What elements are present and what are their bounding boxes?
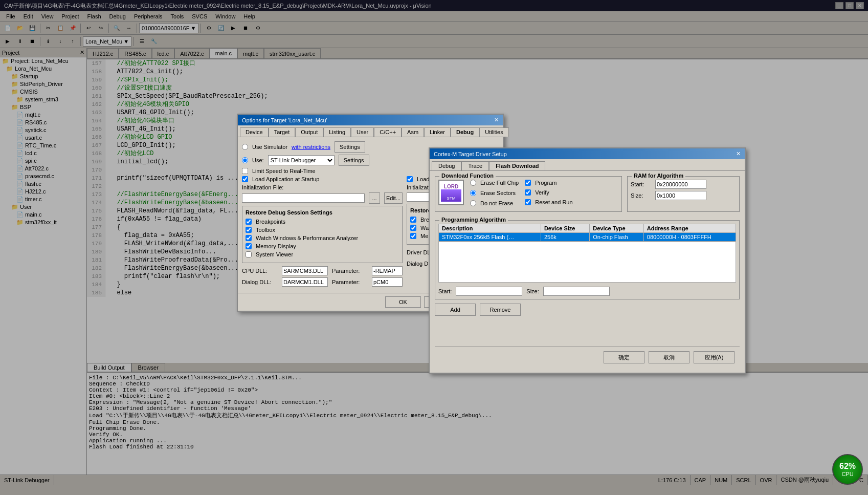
use-simulator-radio[interactable] xyxy=(242,144,248,150)
debugger-settings-btn[interactable]: Settings xyxy=(339,155,369,166)
options-tab-listing[interactable]: Listing xyxy=(323,127,351,137)
options-tab-cc++[interactable]: C/C++ xyxy=(374,127,402,137)
cortex-dialog: Cortex-M Target Driver Setup ✕ Debug Tra… xyxy=(429,147,746,374)
dialog-dll-row: Dialog DLL: Parameter: xyxy=(242,277,403,287)
erase-full-chip-label: Erase Full Chip xyxy=(480,180,519,186)
cpu-dll-input[interactable] xyxy=(282,266,328,275)
cortex-debug-tab[interactable]: Debug xyxy=(432,161,461,170)
limit-speed-check[interactable] xyxy=(242,168,248,174)
erase-full-chip-row: Erase Full Chip xyxy=(470,180,519,186)
options-tab-linker[interactable]: Linker xyxy=(424,127,451,137)
cortex-flash-content: Download Function LORD STM Erase Full Ch… xyxy=(430,171,745,373)
options-title-text: Options for Target 'Lora_Net_Mcu' xyxy=(242,117,327,123)
cpu-param-label: Parameter: xyxy=(332,268,368,274)
prog-size-input[interactable] xyxy=(543,287,610,296)
memory-display2-check[interactable] xyxy=(410,233,416,239)
ram-start-label: Start: xyxy=(631,181,651,187)
options-close-icon[interactable]: ✕ xyxy=(494,117,499,123)
ram-size-input[interactable] xyxy=(655,191,706,200)
icon-lord-text: LORD xyxy=(444,184,458,189)
toolbox-row: Toolbox xyxy=(246,227,399,233)
reset-run-check[interactable] xyxy=(525,199,531,205)
erase-full-chip-radio[interactable] xyxy=(470,180,476,186)
init-file-edit-btn[interactable]: Edit... xyxy=(384,192,403,204)
cortex-cancel-btn[interactable]: 取消 xyxy=(649,351,689,363)
start-size-row: Start: Size: xyxy=(438,287,736,296)
system-viewer-check[interactable] xyxy=(246,251,252,257)
start-label: Start: xyxy=(438,288,452,294)
cortex-tabs: Debug Trace Flash Download xyxy=(430,159,745,171)
dialog-param-input[interactable] xyxy=(372,277,403,287)
load-app-check[interactable] xyxy=(242,176,248,182)
options-tab-utilities[interactable]: Utilities xyxy=(479,127,508,137)
options-tab-user[interactable]: User xyxy=(351,127,374,137)
breakpoints2-check[interactable] xyxy=(410,217,416,223)
prog-table-header-row: Description Device Size Device Type Addr… xyxy=(439,224,736,233)
init-file-browse-btn[interactable]: ... xyxy=(369,192,380,204)
simulator-settings-btn[interactable]: Settings xyxy=(335,141,365,153)
ram-start-input[interactable] xyxy=(655,180,706,189)
do-not-erase-radio[interactable] xyxy=(470,200,476,206)
dialog-dll-label: Dialog DLL: xyxy=(242,279,278,285)
programming-algorithm-section: Programming Algorithm Description Device… xyxy=(435,220,740,299)
breakpoints-label: Breakpoints xyxy=(256,219,285,225)
cortex-apply-btn[interactable]: 应用(A) xyxy=(694,351,735,363)
cortex-title-text: Cortex-M Target Driver Setup xyxy=(434,151,507,157)
ram-algorithm-legend: RAM for Algorithm xyxy=(632,173,685,179)
download-function-section: Download Function LORD STM Erase Full Ch… xyxy=(435,176,622,212)
watch-windows-row: Watch Windows & Performance Analyzer xyxy=(246,235,399,241)
toolbox-check[interactable] xyxy=(246,227,252,233)
program-check[interactable] xyxy=(525,180,531,186)
cortex-dialog-buttons: 确定 取消 应用(A) xyxy=(435,347,740,368)
breakpoints-check[interactable] xyxy=(246,219,252,225)
erase-sectors-radio[interactable] xyxy=(470,190,476,196)
watch-windows-label: Watch Windows & Performance Analyzer xyxy=(256,235,358,241)
load-app-label: Load Application at Startup xyxy=(252,176,319,182)
dialog-param-label: Parameter: xyxy=(332,279,368,285)
cpu-dll-label: CPU DLL: xyxy=(242,268,278,274)
watch-windows-check[interactable] xyxy=(246,235,252,241)
add-button[interactable]: Add xyxy=(435,304,476,316)
cpu-param-input[interactable] xyxy=(372,266,403,275)
load-app2-check[interactable] xyxy=(407,176,413,182)
size-label: Size: xyxy=(526,288,539,294)
toolbox-label: Toolbox xyxy=(256,227,275,233)
verify-label: Verify xyxy=(535,189,549,196)
with-restrictions-link[interactable]: with restrictions xyxy=(292,144,330,150)
memory-display-check[interactable] xyxy=(246,243,252,249)
options-tab-asm[interactable]: Asm xyxy=(402,127,424,137)
dialog-dll-input[interactable] xyxy=(282,277,328,287)
options-tab-target[interactable]: Target xyxy=(269,127,296,137)
verify-check[interactable] xyxy=(525,189,531,196)
cortex-spacer xyxy=(435,316,740,347)
prog-table-body: STM32F0xx 256kB Flash (…256kOn-chip Flas… xyxy=(439,233,736,242)
program-row: Program xyxy=(525,180,572,186)
ok-button[interactable]: OK xyxy=(385,296,421,308)
cortex-trace-tab[interactable]: Trace xyxy=(461,161,489,170)
col-device-type: Device Type xyxy=(590,224,644,233)
memory-display-row: Memory Display xyxy=(246,243,399,249)
options-tab-output[interactable]: Output xyxy=(295,127,323,137)
ram-size-row: Size: xyxy=(631,191,736,200)
program-label: Program xyxy=(535,180,557,186)
download-function-legend: Download Function xyxy=(439,173,496,179)
cortex-flash-tab[interactable]: Flash Download xyxy=(489,161,545,170)
dl-func-layout: LORD STM Erase Full Chip Erase Sectors xyxy=(438,180,618,208)
debugger-select[interactable]: ST-Link Debugger xyxy=(268,155,335,165)
options-tab-debug[interactable]: Debug xyxy=(451,127,479,137)
cortex-close-icon[interactable]: ✕ xyxy=(736,150,741,157)
remove-button[interactable]: Remove xyxy=(480,304,521,316)
prog-table-row[interactable]: STM32F0xx 256kB Flash (…256kOn-chip Flas… xyxy=(439,233,736,242)
use-debugger-radio[interactable] xyxy=(242,157,248,163)
cortex-ok-btn[interactable]: 确定 xyxy=(604,351,644,363)
restore-debug-title: Restore Debug Session Settings xyxy=(246,209,399,216)
dl-check-group: Program Verify Reset and Run xyxy=(525,180,572,207)
init-file-input[interactable] xyxy=(242,193,365,203)
ram-size-label: Size: xyxy=(631,192,651,199)
dl-options: Erase Full Chip Erase Sectors Do not Era… xyxy=(470,180,519,208)
use-label: Use: xyxy=(252,157,264,163)
watch-windows2-check[interactable] xyxy=(410,225,416,231)
prog-start-input[interactable] xyxy=(456,287,522,296)
prog-cell-desc: STM32F0xx 256kB Flash (… xyxy=(439,233,541,242)
options-tab-device[interactable]: Device xyxy=(240,127,269,137)
